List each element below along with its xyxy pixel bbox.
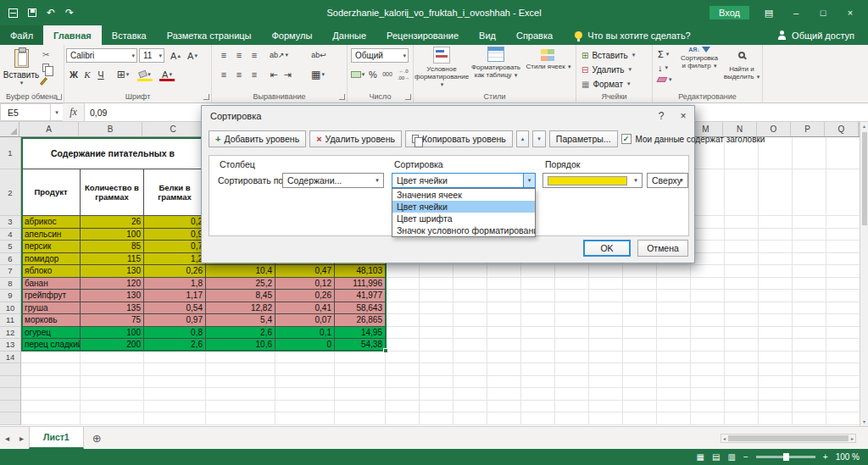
cell[interactable]: Белки в граммах xyxy=(144,169,206,216)
font-name-select[interactable]: Calibri ▾ xyxy=(66,48,137,63)
autosum-button[interactable]: Σ▾ xyxy=(658,49,669,59)
increase-indent-icon[interactable]: ⇥ xyxy=(281,68,293,81)
cell[interactable]: 130 xyxy=(81,290,144,302)
wrap-text-button[interactable]: ab↩ xyxy=(307,48,331,62)
cell[interactable] xyxy=(275,412,335,425)
cell[interactable]: 85 xyxy=(81,241,144,253)
cell[interactable]: 5,4 xyxy=(206,314,275,327)
cell[interactable]: 2,6 xyxy=(206,327,275,340)
sheet-nav-right-icon[interactable]: ▸ xyxy=(14,434,29,443)
cell[interactable]: 10,4 xyxy=(206,265,275,278)
ribbon-tab-1[interactable]: Главная xyxy=(43,25,102,45)
merge-center-button[interactable]: ▦▾ xyxy=(307,68,329,81)
share-button[interactable]: Общий доступ xyxy=(777,25,868,45)
cell[interactable] xyxy=(144,363,206,376)
cell[interactable] xyxy=(335,376,386,389)
cell[interactable] xyxy=(144,352,206,364)
zoom-slider-thumb[interactable] xyxy=(783,453,789,461)
minimize-icon[interactable]: – xyxy=(788,8,804,18)
ribbon-display-options-icon[interactable]: ▤ xyxy=(761,8,776,19)
add-sheet-button[interactable]: ⊕ xyxy=(84,432,110,445)
fill-color-button[interactable]: ▾ xyxy=(136,67,154,81)
cell[interactable] xyxy=(81,401,144,413)
cell[interactable]: 115 xyxy=(81,253,144,266)
cell[interactable] xyxy=(275,376,335,389)
align-bottom-icon[interactable]: ≡ xyxy=(248,48,261,62)
cell[interactable]: 12,82 xyxy=(206,302,275,315)
cancel-button[interactable]: Отмена xyxy=(637,240,688,257)
cell[interactable]: 0,54 xyxy=(144,302,206,315)
row-header[interactable]: 2 xyxy=(0,169,21,216)
italic-button[interactable]: К xyxy=(81,68,93,81)
ribbon-tab-6[interactable]: Рецензирование xyxy=(376,25,469,45)
align-right-icon[interactable]: ≡ xyxy=(248,68,261,81)
row-header[interactable] xyxy=(0,363,21,376)
grow-font-button[interactable]: А▴ xyxy=(168,48,183,63)
row-header[interactable]: 11 xyxy=(0,314,21,327)
cell[interactable]: 0,26 xyxy=(275,290,335,302)
cell[interactable]: 120 xyxy=(81,278,144,291)
cell[interactable] xyxy=(144,388,206,401)
comma-style-button[interactable]: 000 xyxy=(380,68,395,80)
dialog-help-icon[interactable]: ? xyxy=(650,110,672,122)
cell[interactable] xyxy=(275,363,335,376)
zoom-out-button[interactable]: − xyxy=(743,452,748,462)
cell[interactable]: груша xyxy=(21,302,81,315)
hscroll-left-icon[interactable]: ◂ xyxy=(721,435,727,441)
cell[interactable] xyxy=(275,401,335,413)
cell[interactable]: грейпфрут xyxy=(21,290,81,302)
vertical-scrollbar[interactable]: ▴ ▾ xyxy=(860,122,868,426)
cell[interactable]: огурец xyxy=(21,327,81,340)
cell[interactable] xyxy=(81,412,144,425)
cell[interactable]: 0,07 xyxy=(275,314,335,327)
sheet-nav-left-icon[interactable]: ◂ xyxy=(0,434,14,443)
font-dialog-launcher-icon[interactable] xyxy=(203,94,209,100)
row-header[interactable]: 1 xyxy=(0,137,21,169)
sort-filter-button[interactable]: АЯ↓ Сортировка и фильтр ▾ xyxy=(678,47,721,69)
order-position-select[interactable]: Сверху ▾ xyxy=(647,173,688,188)
cell[interactable]: 0,41 xyxy=(275,302,335,315)
cell[interactable]: 135 xyxy=(81,302,144,315)
cell[interactable] xyxy=(335,352,386,364)
cell[interactable] xyxy=(335,412,386,425)
dropdown-item[interactable]: Цвет ячейки xyxy=(392,201,535,213)
cell[interactable]: 41,977 xyxy=(335,290,386,302)
shrink-font-button[interactable]: А▾ xyxy=(185,48,200,63)
cell[interactable]: 10,6 xyxy=(206,339,275,352)
cell[interactable]: 130 xyxy=(81,265,144,278)
insert-cells-button[interactable]: ⊞Вставить▾ xyxy=(581,48,635,62)
cell[interactable] xyxy=(81,363,144,376)
undo-icon[interactable]: ↶ xyxy=(47,7,55,19)
maximize-icon[interactable]: □ xyxy=(815,8,831,18)
name-box-dropdown-icon[interactable]: ▾ xyxy=(51,103,63,121)
cell[interactable] xyxy=(335,401,386,413)
redo-icon[interactable]: ↷ xyxy=(65,7,74,19)
cell[interactable] xyxy=(144,412,206,425)
cell[interactable]: 54,38 xyxy=(335,339,386,352)
align-center-icon[interactable]: ≡ xyxy=(232,68,246,81)
cell[interactable]: банан xyxy=(21,278,81,291)
cell[interactable]: 0,7 xyxy=(144,241,206,253)
format-painter-icon[interactable] xyxy=(42,76,49,86)
column-header[interactable]: Q xyxy=(825,122,859,136)
column-header[interactable]: A xyxy=(19,122,79,136)
cell[interactable]: 0,12 xyxy=(275,278,335,291)
cell[interactable]: 0,1 xyxy=(275,327,335,340)
format-cells-button[interactable]: ▦Формат▾ xyxy=(581,77,631,91)
increase-decimal-button[interactable]: ←.0 xyxy=(395,68,412,75)
cell[interactable]: 0,26 xyxy=(144,265,206,278)
cell[interactable]: 200 xyxy=(81,339,144,352)
cell[interactable]: 26,865 xyxy=(335,314,386,327)
row-header[interactable]: 8 xyxy=(0,278,21,291)
borders-button[interactable]: ⊞▾ xyxy=(114,68,132,81)
zoom-in-button[interactable]: + xyxy=(823,452,828,462)
insert-function-icon[interactable]: fx xyxy=(63,103,85,121)
fill-handle[interactable] xyxy=(383,348,388,353)
number-dialog-launcher-icon[interactable] xyxy=(405,94,411,100)
column-header[interactable]: P xyxy=(791,122,825,136)
sort-dialog-titlebar[interactable]: Сортировка ? × xyxy=(202,106,694,126)
cell[interactable]: 1,2 xyxy=(144,253,206,266)
row-header[interactable]: 6 xyxy=(0,253,21,266)
clear-button[interactable]: ▾ xyxy=(658,76,672,83)
cell[interactable]: 0 xyxy=(275,339,335,352)
